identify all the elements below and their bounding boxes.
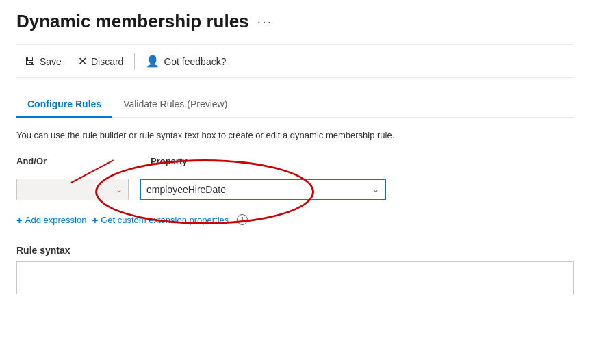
page-title: Dynamic membership rules [16, 11, 249, 32]
save-label: Save [40, 56, 62, 67]
description-text: You can use the rule builder or rule syn… [16, 129, 574, 142]
discard-label: Discard [91, 56, 123, 67]
property-dropdown[interactable]: employeeHireDate ⌄ [140, 179, 386, 200]
feedback-icon: 👤 [146, 55, 159, 68]
discard-button[interactable]: ✕ Discard [70, 51, 131, 72]
rule-builder: And/Or Property ⌄ employeeHireDate ⌄ [16, 156, 574, 200]
andor-column-header: And/Or [16, 156, 140, 170]
andor-dropdown[interactable]: ⌄ [16, 179, 129, 200]
column-headers: And/Or Property [16, 156, 574, 170]
tab-validate-rules[interactable]: Validate Rules (Preview) [112, 92, 238, 118]
tab-configure-rules[interactable]: Configure Rules [16, 92, 112, 118]
toolbar-divider [134, 53, 135, 70]
property-column-header: Property [151, 156, 397, 170]
tabs-container: Configure Rules Validate Rules (Preview) [16, 92, 574, 118]
add-expression-label: Add expression [25, 215, 87, 225]
rule-syntax-input[interactable] [16, 261, 574, 294]
feedback-button[interactable]: 👤 Got feedback? [138, 51, 234, 72]
rule-syntax-title: Rule syntax [16, 245, 574, 256]
feedback-label: Got feedback? [164, 56, 226, 67]
get-custom-label: Get custom extension properties [101, 215, 229, 225]
get-custom-properties-button[interactable]: + Get custom extension properties [92, 211, 234, 229]
save-icon: 🖫 [25, 55, 36, 68]
get-custom-plus-icon: + [92, 214, 98, 226]
add-expression-button[interactable]: + Add expression [16, 211, 92, 229]
property-chevron-icon: ⌄ [372, 185, 379, 194]
rule-row: ⌄ employeeHireDate ⌄ [16, 179, 574, 200]
save-button[interactable]: 🖫 Save [16, 51, 70, 72]
rule-syntax-section: Rule syntax [16, 245, 574, 296]
discard-icon: ✕ [78, 55, 87, 68]
more-options-icon[interactable]: ··· [257, 14, 273, 29]
info-icon[interactable]: i [237, 214, 248, 225]
add-expression-plus-icon: + [16, 214, 23, 226]
actions-row: + Add expression + Get custom extension … [16, 211, 574, 229]
property-value: employeeHireDate [146, 184, 226, 195]
andor-chevron-icon: ⌄ [116, 185, 123, 194]
toolbar: 🖫 Save ✕ Discard 👤 Got feedback? [16, 44, 574, 78]
